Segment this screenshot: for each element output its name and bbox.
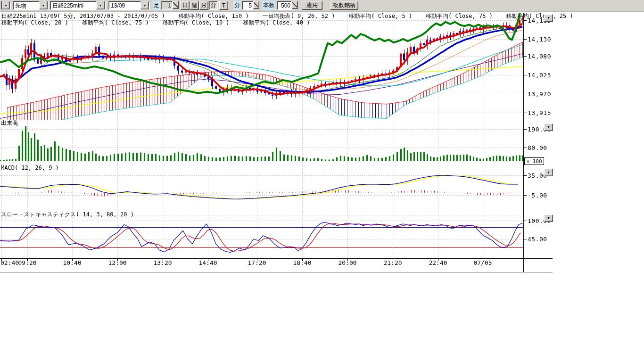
volume-multiplier-badge: × 100 [524,157,544,165]
spinner-icon[interactable] [173,1,179,9]
dropdown-arrow-icon[interactable]: ▼ [39,1,48,9]
x-axis-label: 18:40 [293,259,311,266]
pane-collapse-button[interactable]: ▼ [544,214,553,222]
x-axis-label: 20:00 [338,259,356,266]
y-axis-label: 80.00 [528,144,547,151]
pane-collapse-button[interactable]: ▼ [544,14,553,22]
instrument-type-value: 先物 [13,1,39,10]
x-axis-label: 02:40 [0,259,19,266]
collapse-arrow-icon: ▼ [547,125,549,129]
x-axis-label: 07/05 [473,259,492,266]
period-month-button[interactable]: 月 [199,1,208,10]
collapse-arrow-icon: ▼ [547,216,549,220]
y-axis-label: 14,130 [528,35,551,42]
y-axis-label: 45.00 [528,236,547,243]
minute-label: 分 [233,1,241,10]
chart-header-line2: 移動平均( Close, 20 ) 移動平均( Close, 75 ) 移動平均… [1,19,310,27]
pane-collapse-button[interactable]: ▼ [544,123,553,131]
multi-symbol-button[interactable]: 複数銘柄 [330,1,358,10]
trading-app-window: ▼ 先物 ▼ 日経225mini ▼ 13/09 ▼ 足 1 日 週 月 分 T… [0,0,644,362]
x-axis-label: 21:20 [383,259,402,266]
macd-pane-label: MACD( 12, 26, 9 ) [1,165,59,171]
period-day-button[interactable]: 日 [181,1,190,10]
collapse-arrow-icon: ▼ [547,16,549,20]
x-axis-label: 14:40 [198,259,217,266]
minute-value-field[interactable]: 5 [242,1,253,10]
stochastics-pane-label: スロー・ストキャスティクス( 14, 3, 80, 20 ) [1,211,134,219]
x-axis-label: 09:20 [18,259,36,266]
contract-month-value: 13/09 [109,2,140,9]
bar-interval-field[interactable]: 1 [161,1,173,10]
y-axis-label: 14,080 [528,53,551,60]
y-axis-label: 13,970 [528,90,551,98]
symbol-value: 日経225mini [50,1,96,10]
pane-collapse-button[interactable]: ▼ [544,169,553,176]
y-axis-label: 13,915 [528,109,551,116]
instrument-type-combobox[interactable]: 先物 ▼ [13,1,49,10]
spinner-icon[interactable] [253,1,259,9]
x-axis-label: 22:40 [429,259,447,266]
x-axis-label: 13:20 [153,259,172,266]
y-axis-label: 14,025 [528,72,551,79]
contract-month-combobox[interactable]: 13/09 ▼ [108,1,150,10]
dropdown-arrow-icon[interactable]: ▼ [96,1,105,9]
blank-combobox[interactable]: ▼ [1,1,11,10]
chart-plot[interactable] [0,11,554,273]
y-axis-label: -5.00 [528,192,547,199]
x-axis-label: 12:00 [108,259,126,266]
x-axis-label: 17:20 [248,259,266,266]
period-week-button[interactable]: 週 [190,1,199,10]
dropdown-arrow-icon[interactable]: ▼ [140,1,149,9]
bar-count-field[interactable]: 500 [277,1,292,10]
symbol-combobox[interactable]: 日経225mini ▼ [50,1,106,10]
bar-type-label: 足 [153,1,160,10]
period-tick-button[interactable]: T [219,1,228,10]
collapse-arrow-icon: ▼ [547,171,549,174]
dropdown-arrow-icon[interactable]: ▼ [2,1,10,9]
spinner-icon[interactable] [292,1,298,9]
bar-count-label: 本数 [262,1,276,10]
x-axis-label: 10:40 [63,259,81,266]
period-minute-button[interactable]: 分 [209,1,218,10]
toolbar: ▼ 先物 ▼ 日経225mini ▼ 13/09 ▼ 足 1 日 週 月 分 T… [0,0,644,12]
volume-pane-label: 出来高 [1,119,18,127]
apply-button[interactable]: 適用 [302,1,322,10]
